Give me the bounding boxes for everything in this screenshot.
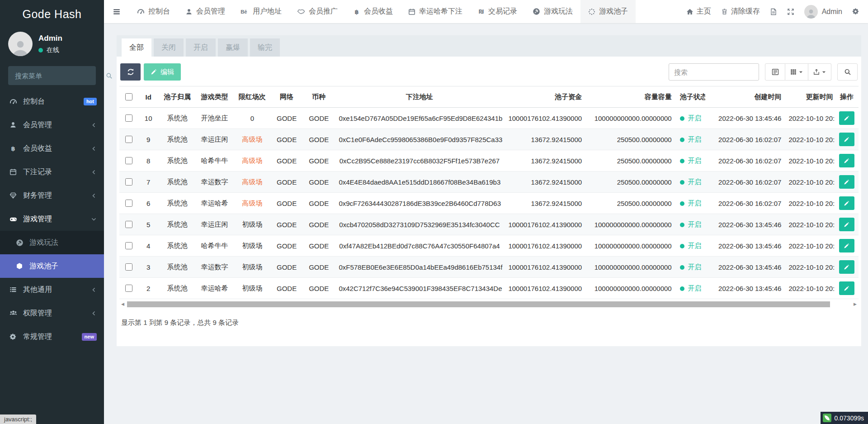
home-link[interactable]: 主页: [686, 7, 711, 16]
column-header[interactable]: 操作: [835, 86, 859, 108]
column-header[interactable]: 限红场次: [234, 86, 271, 108]
gauge-icon: [137, 8, 145, 15]
cell-pool-owner: 系统池: [159, 108, 195, 129]
scrollbar-thumb[interactable]: [127, 301, 830, 307]
row-checkbox[interactable]: [125, 157, 132, 164]
sidebar-item: 其他通用: [0, 278, 104, 301]
navbar-tab[interactable]: 控制台: [129, 0, 178, 23]
status-dot-icon: [680, 159, 684, 163]
navbar-tab[interactable]: ₪交易记录: [470, 0, 525, 23]
sidebar-item-link[interactable]: 财务管理: [0, 184, 104, 207]
cell-pool-funds: 10000176102.41390000: [504, 214, 587, 235]
sidebar-search-input[interactable]: [14, 71, 106, 80]
navbar-tab[interactable]: Bē用户地址: [233, 0, 289, 23]
search-icon[interactable]: [106, 72, 113, 79]
cell-game-type: 哈希牛牛: [195, 235, 233, 257]
scroll-left-icon[interactable]: ◀: [119, 302, 126, 306]
settings-gears-icon[interactable]: [852, 8, 860, 15]
column-header[interactable]: 创建时间: [705, 86, 786, 108]
select-all-checkbox[interactable]: [125, 93, 132, 100]
scrollbar-track[interactable]: [126, 301, 852, 307]
edit-button[interactable]: 编辑: [144, 63, 181, 81]
table-search-input[interactable]: [669, 63, 759, 81]
sidebar-item-link[interactable]: 权限管理: [0, 301, 104, 325]
row-edit-button[interactable]: [839, 111, 854, 125]
navbar-tab[interactable]: 会员推广: [289, 0, 345, 23]
sidebar-item-link[interactable]: 下注记录: [0, 160, 104, 184]
row-checkbox[interactable]: [125, 263, 132, 271]
row-checkbox[interactable]: [125, 178, 132, 186]
clear-cache-link[interactable]: 清除缓存: [721, 7, 760, 16]
filter-tab[interactable]: 赢爆: [218, 38, 248, 57]
navbar-tab[interactable]: 幸运哈希下注: [401, 0, 470, 23]
row-edit-button[interactable]: [839, 175, 854, 189]
fullscreen-icon[interactable]: [787, 8, 794, 15]
export-button[interactable]: [808, 63, 831, 81]
toggle-detail-view-button[interactable]: [765, 63, 785, 81]
pencil-icon: [844, 264, 849, 270]
cell-capacity: 250500.00000000: [586, 150, 676, 172]
chevron-left-icon: [91, 193, 97, 199]
dotted-circle-icon: [588, 8, 595, 15]
column-header[interactable]: Id: [137, 86, 159, 108]
sidebar-item-link[interactable]: 其他通用: [0, 278, 104, 301]
pencil-icon: [844, 137, 849, 143]
sidebar-item-link[interactable]: ฿会员收益: [0, 137, 104, 160]
navbar-tab[interactable]: 游戏玩法: [525, 0, 580, 23]
svg-text:฿: ฿: [11, 145, 15, 152]
sidebar-subitem-link[interactable]: 游戏池子: [0, 254, 104, 278]
column-header[interactable]: 池子状态: [676, 86, 705, 108]
sidebar-search[interactable]: [8, 66, 96, 85]
cell-updated-time: 2022-10-10 20:1: [786, 108, 835, 129]
sidebar-subitem-link[interactable]: 游戏玩法: [0, 231, 104, 254]
column-header[interactable]: 币种: [302, 86, 335, 108]
column-header[interactable]: 池子资金: [504, 86, 587, 108]
sidebar-item-link[interactable]: 控制台hot: [0, 90, 104, 113]
row-checkbox[interactable]: [125, 221, 132, 228]
column-header[interactable]: 更新时间: [786, 86, 835, 108]
row-edit-button[interactable]: [839, 218, 854, 231]
search-icon: [844, 68, 851, 76]
filter-tab[interactable]: 开启: [186, 38, 216, 57]
row-edit-button[interactable]: [839, 133, 854, 146]
search-button[interactable]: [837, 63, 858, 81]
sidebar-item: 下注记录: [0, 160, 104, 184]
row-edit-button[interactable]: [839, 154, 854, 167]
column-header[interactable]: 游戏类型: [195, 86, 233, 108]
language-file-icon[interactable]: [770, 8, 777, 15]
cell-coin: GODE: [302, 257, 335, 278]
sidebar-item-link[interactable]: 会员管理: [0, 113, 104, 137]
cell-created-time: 2022-06-30 16:02:07: [705, 172, 786, 193]
navbar-tab[interactable]: 游戏池子: [580, 0, 636, 23]
horizontal-scrollbar[interactable]: ◀ ▶: [119, 300, 859, 308]
columns-button[interactable]: [785, 63, 808, 81]
sidebar-item: 权限管理: [0, 301, 104, 325]
row-checkbox[interactable]: [125, 285, 132, 292]
cell-bet-address: 0x9cF726344430287186dE3B39ce2B6460Cd778D…: [335, 193, 504, 214]
column-header[interactable]: 网络: [271, 86, 302, 108]
row-checkbox[interactable]: [125, 136, 132, 143]
column-header[interactable]: 下注地址: [335, 86, 504, 108]
sidebar-item-link[interactable]: 游戏管理: [0, 207, 104, 231]
cell-coin: GODE: [302, 214, 335, 235]
row-checkbox[interactable]: [125, 114, 132, 122]
hamburger-menu-icon[interactable]: [104, 8, 129, 16]
scroll-right-icon[interactable]: ▶: [852, 302, 859, 306]
row-edit-button[interactable]: [839, 281, 854, 295]
row-checkbox[interactable]: [125, 242, 132, 249]
row-edit-button[interactable]: [839, 196, 854, 210]
filter-tab[interactable]: 关闭: [154, 38, 184, 57]
navbar-tab[interactable]: 会员管理: [178, 0, 233, 23]
row-checkbox[interactable]: [125, 200, 132, 207]
sidebar-item-link[interactable]: 常规管理new: [0, 325, 104, 348]
row-edit-button[interactable]: [839, 260, 854, 274]
refresh-button[interactable]: [120, 63, 141, 81]
filter-tab[interactable]: 输完: [250, 38, 280, 57]
column-header[interactable]: 池子归属: [159, 86, 195, 108]
navbar-tab[interactable]: ฿会员收益: [345, 0, 401, 23]
column-header[interactable]: 容量容量: [586, 86, 676, 108]
filter-tab[interactable]: 全部: [122, 38, 151, 57]
cell-coin: GODE: [302, 150, 335, 172]
user-menu[interactable]: Admin: [804, 5, 842, 19]
row-edit-button[interactable]: [839, 239, 854, 252]
